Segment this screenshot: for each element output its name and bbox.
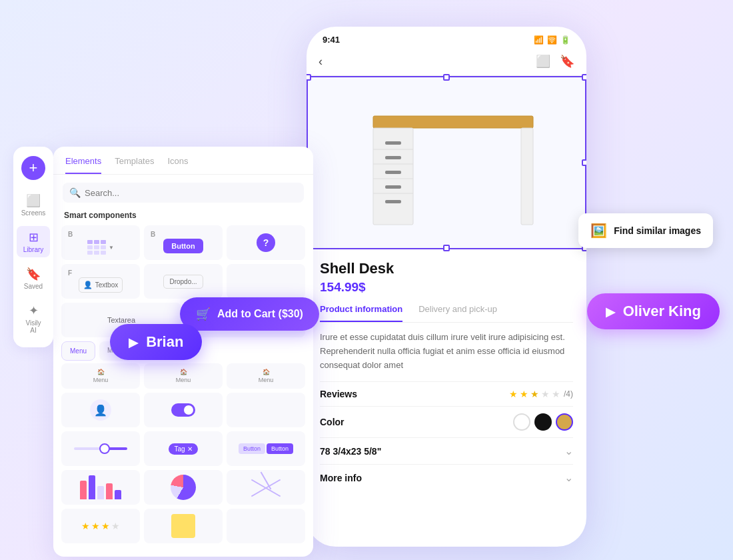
button-component[interactable]: B Button xyxy=(144,225,223,260)
reviews-label: Reviews xyxy=(320,389,357,399)
add-button[interactable]: + xyxy=(21,156,45,180)
selection-handle-tm[interactable] xyxy=(443,74,450,81)
brian-bubble: ▶ Brian xyxy=(110,324,202,360)
cross-chart-element xyxy=(249,475,283,499)
library-icon: ⊞ xyxy=(29,230,39,245)
bar-chart-component[interactable] xyxy=(61,470,140,505)
note-component[interactable] xyxy=(144,509,223,543)
sidebar-item-library[interactable]: ⊞ Library xyxy=(17,226,50,257)
image-search-icon: 🖼️ xyxy=(590,223,607,239)
find-similar-bubble[interactable]: 🖼️ Find similar images xyxy=(578,213,713,248)
f-label: F xyxy=(68,269,72,277)
brian-cursor: ▶ xyxy=(129,336,138,349)
pie-chart-component[interactable] xyxy=(144,470,223,505)
tab-templates[interactable]: Templates xyxy=(115,156,154,174)
bar-3 xyxy=(97,486,104,499)
swatch-gold[interactable] xyxy=(556,413,573,431)
tag-element[interactable]: Tag ✕ xyxy=(169,443,197,455)
svg-rect-6 xyxy=(385,200,401,203)
status-icons: 📶 🛜 🔋 xyxy=(534,35,570,45)
swatch-black[interactable] xyxy=(534,413,552,431)
product-tabs: Product information Delivery and pick-up xyxy=(320,304,573,323)
tab-elements[interactable]: Elements xyxy=(65,156,101,174)
toggle-component[interactable] xyxy=(144,393,223,427)
product-image-container xyxy=(307,76,586,249)
btn-right: Button xyxy=(267,443,293,454)
saved-icon: 🔖 xyxy=(26,267,41,281)
chevron-down-icon-2[interactable]: ⌄ xyxy=(564,471,573,484)
oliver-king-bubble: ▶ Oliver King xyxy=(587,293,720,329)
home-icon-3: 🏠 xyxy=(263,369,270,375)
component-row-2: F 👤 Textbox Dropdo... xyxy=(53,264,313,299)
textbox-component[interactable]: F 👤 Textbox xyxy=(61,264,140,299)
cross-chart-component[interactable] xyxy=(227,470,305,505)
tab-product-info[interactable]: Product information xyxy=(320,304,402,322)
toggle-element[interactable] xyxy=(171,403,195,417)
stars-component[interactable]: ★ ★ ★ ★ xyxy=(61,509,140,543)
selection-handle-tl[interactable] xyxy=(307,74,311,81)
grid-icon xyxy=(87,240,106,255)
brian-label: Brian xyxy=(146,333,183,350)
selection-handle-bm[interactable] xyxy=(443,245,450,251)
oliver-king-label: Oliver King xyxy=(623,303,701,319)
menu-icon-3[interactable]: 🏠 Menu xyxy=(227,363,305,389)
color-row: Color xyxy=(320,406,573,437)
b-label2: B xyxy=(151,231,155,238)
home-icon-2: 🏠 xyxy=(180,369,187,375)
chevron-down-icon[interactable]: ⌄ xyxy=(564,445,573,457)
star-2: ★ xyxy=(91,521,100,531)
svg-rect-5 xyxy=(385,185,401,189)
search-input[interactable] xyxy=(85,188,297,198)
add-to-cart-bubble[interactable]: 🛒 Add to Cart ($30) xyxy=(180,297,319,331)
signal-icon: 📶 xyxy=(534,35,544,45)
search-bar[interactable]: 🔍 xyxy=(63,183,304,203)
product-price: 154.99$ xyxy=(320,280,573,295)
dropdown-component[interactable]: Dropdo... xyxy=(144,264,223,299)
swatch-white[interactable] xyxy=(513,413,530,431)
screens-icon: ⬜ xyxy=(26,193,41,208)
empty-component-3[interactable] xyxy=(227,509,305,543)
empty-component-2[interactable] xyxy=(227,393,305,427)
sidebar-item-visily[interactable]: ✦ Visily AI xyxy=(17,299,50,338)
color-swatches xyxy=(513,413,573,431)
slider-element[interactable] xyxy=(74,447,127,450)
empty-component[interactable] xyxy=(227,264,305,299)
status-bar: 9:41 📶 🛜 🔋 xyxy=(307,27,586,50)
visily-label: Visily AI xyxy=(22,319,45,334)
grid-component[interactable]: B ▼ xyxy=(61,225,140,260)
bookmark-button[interactable]: 🔖 xyxy=(560,54,574,69)
double-button-component[interactable]: Button Button xyxy=(227,431,305,466)
component-row-icons: 👤 xyxy=(53,393,313,427)
textbox-element: 👤 Textbox xyxy=(79,277,123,293)
person-component[interactable]: 👤 xyxy=(61,393,140,427)
star-4: ★ xyxy=(111,521,120,531)
bar-2 xyxy=(89,475,95,499)
sidebar-item-screens[interactable]: ⬜ Screens xyxy=(17,189,50,221)
menu-icon-row: 🏠 Menu 🏠 Menu 🏠 Menu xyxy=(53,363,313,389)
share-button[interactable]: ⬜ xyxy=(536,54,550,69)
button-element: Button xyxy=(163,239,203,253)
tab-icons[interactable]: Icons xyxy=(167,156,188,174)
slider-component[interactable] xyxy=(61,431,140,466)
sidebar-item-saved[interactable]: 🔖 Saved xyxy=(17,263,50,294)
help-component[interactable]: ? xyxy=(227,225,305,260)
bar-4 xyxy=(106,483,113,499)
visily-icon: ✦ xyxy=(29,303,39,318)
desk-image xyxy=(308,77,585,248)
tab-delivery[interactable]: Delivery and pick-up xyxy=(418,304,497,322)
screens-label: Screens xyxy=(21,209,46,217)
section-label: Smart components xyxy=(53,207,313,225)
tag-component[interactable]: Tag ✕ xyxy=(144,431,223,466)
review-star-3: ★ xyxy=(530,389,539,399)
menu-icon-2[interactable]: 🏠 Menu xyxy=(144,363,223,389)
bar-1 xyxy=(80,481,87,499)
b-label: B xyxy=(68,231,73,238)
review-count: /4) xyxy=(564,389,573,399)
menu-item-bordered-1[interactable]: Menu xyxy=(61,341,95,361)
selection-handle-mr[interactable] xyxy=(582,159,586,166)
menu-icon-1[interactable]: 🏠 Menu xyxy=(61,363,140,389)
oliver-king-cursor: ▶ xyxy=(606,305,615,319)
back-button[interactable]: ‹ xyxy=(319,55,323,69)
pie-chart-element xyxy=(171,475,196,500)
selection-handle-tr[interactable] xyxy=(582,74,586,81)
